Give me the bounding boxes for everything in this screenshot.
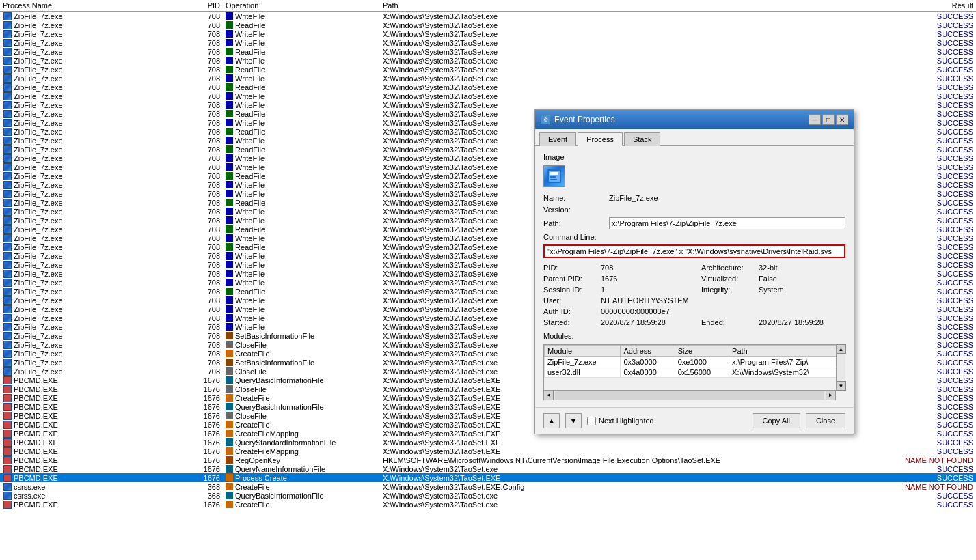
modules-section: Modules: Module Address Size Path (543, 332, 845, 400)
process-icon (3, 269, 12, 279)
table-row[interactable]: PBCMD.EXE 1676 QueryNameInformationFile … (0, 464, 976, 473)
table-row[interactable]: PBCMD.EXE 1676 Process Create X:\Windows… (0, 473, 976, 482)
process-icon (3, 163, 12, 172)
scroll-right-button[interactable]: ► (826, 391, 835, 400)
table-row[interactable]: ZipFile_7z.exe 708 WriteFile X:\Windows\… (0, 12, 976, 20)
tab-stack[interactable]: Stack (624, 132, 661, 146)
version-label: Version: (543, 206, 605, 214)
process-icon (3, 145, 12, 154)
ended-value: 2020/8/27 18:59:28 (759, 318, 824, 326)
process-icon (3, 331, 12, 341)
table-row[interactable]: ZipFile_7z.exe 708 WriteFile X:\Windows\… (0, 100, 976, 109)
parent-pid-label: Parent PID: (543, 275, 598, 283)
close-button[interactable]: ✕ (836, 114, 848, 125)
table-row[interactable]: ZipFile_7z.exe 708 ReadFile X:\Windows\S… (0, 65, 976, 74)
arch-prop: Architecture: 32-bit (701, 264, 845, 272)
version-row: Version: (543, 206, 845, 214)
auth-label: Auth ID: (543, 307, 598, 316)
process-icon (3, 136, 12, 145)
process-icon (3, 305, 12, 314)
app-icon-large (543, 165, 565, 187)
dialog-tabs: Event Process Stack (535, 129, 854, 146)
table-row[interactable]: csrss.exe 368 CreateFile X:\Windows\Syst… (0, 482, 976, 491)
maximize-button[interactable]: □ (822, 114, 835, 125)
tab-event[interactable]: Event (539, 132, 576, 146)
prev-button[interactable]: ▲ (543, 413, 560, 428)
table-row[interactable]: ZipFile_7z.exe 708 WriteFile X:\Windows\… (0, 74, 976, 83)
event-properties-dialog[interactable]: ⚙ Event Properties ─ □ ✕ Event Process S… (534, 109, 854, 434)
table-row[interactable]: PBCMD.EXE 1676 CreateFile X:\Windows\Sys… (0, 500, 976, 509)
path-row: Path: (543, 217, 845, 229)
user-label: User: (543, 296, 598, 305)
table-row[interactable]: ZipFile_7z.exe 708 ReadFile X:\Windows\S… (0, 83, 976, 92)
process-icon (3, 207, 12, 216)
module-row[interactable]: ZipFile_7z.exe 0x3a0000 0xe1000 x:\Progr… (545, 357, 845, 367)
process-icon (3, 313, 12, 323)
process-icon (3, 287, 12, 296)
table-row[interactable]: csrss.exe 368 QueryBasicInformationFile … (0, 491, 976, 500)
col-size[interactable]: Size (675, 346, 729, 357)
process-icon (3, 12, 12, 21)
minimize-button[interactable]: ─ (809, 114, 821, 125)
process-icon (3, 198, 12, 208)
next-button[interactable]: ▼ (565, 413, 582, 428)
scroll-left-button[interactable]: ◄ (544, 391, 554, 400)
process-icon (3, 296, 12, 305)
process-icon (3, 216, 12, 225)
path-label: Path: (543, 219, 605, 227)
cmdline-label: Command Line: (543, 233, 605, 241)
modules-scrollbar[interactable]: ▲ ▼ (836, 344, 845, 391)
next-highlighted-checkbox[interactable] (587, 417, 596, 425)
svg-rect-3 (550, 176, 556, 178)
table-row[interactable]: PBCMD.EXE 1676 QueryStandardInformationF… (0, 438, 976, 447)
path-input[interactable] (609, 217, 845, 229)
next-highlighted-checkbox-label[interactable]: Next Highlighted (587, 417, 654, 425)
table-row[interactable]: ZipFile_7z.exe 708 ReadFile X:\Windows\S… (0, 47, 976, 56)
horizontal-scrollbar[interactable]: ◄ ► (543, 391, 836, 400)
table-row[interactable]: ZipFile_7z.exe 708 WriteFile X:\Windows\… (0, 29, 976, 38)
virtualized-label: Virtualized: (701, 275, 756, 283)
process-icon (3, 83, 12, 92)
header-result[interactable]: Result (894, 1, 976, 10)
name-value: ZipFile_7z.exe (609, 194, 658, 202)
integrity-prop: Integrity: System (701, 285, 845, 294)
cmdline-input[interactable] (543, 244, 845, 258)
module-path: X:\Windows\System32\ (729, 367, 845, 378)
col-module[interactable]: Module (545, 346, 621, 357)
module-row[interactable]: user32.dll 0x4a0000 0x156000 X:\Windows\… (545, 367, 845, 378)
tab-process[interactable]: Process (578, 132, 623, 146)
table-row[interactable]: ZipFile_7z.exe 708 WriteFile X:\Windows\… (0, 56, 976, 65)
process-icon (3, 322, 12, 332)
col-address[interactable]: Address (621, 346, 675, 357)
name-row: Name: ZipFile_7z.exe (543, 194, 845, 202)
session-value: 1 (601, 285, 605, 294)
table-row[interactable]: ZipFile_7z.exe 708 WriteFile X:\Windows\… (0, 38, 976, 47)
table-row[interactable]: ZipFile_7z.exe 708 WriteFile X:\Windows\… (0, 92, 976, 100)
process-icon (3, 411, 12, 421)
copy-all-button[interactable]: Copy All (753, 413, 800, 428)
scroll-down-button[interactable]: ▼ (837, 381, 846, 391)
table-row[interactable]: PBCMD.EXE 1676 RegOpenKey HKLM\SOFTWARE\… (0, 456, 976, 464)
module-path: x:\Program Files\7-Zip\ (729, 357, 845, 367)
module-name: user32.dll (545, 367, 621, 378)
close-dialog-button[interactable]: Close (806, 413, 845, 428)
header-pid[interactable]: PID (185, 1, 226, 10)
process-icon (3, 100, 12, 110)
process-icon (3, 438, 12, 447)
process-icon (3, 456, 12, 465)
table-row[interactable]: PBCMD.EXE 1676 CreateFileMapping X:\Wind… (0, 447, 976, 456)
scroll-up-button[interactable]: ▲ (837, 344, 846, 354)
virtualized-value: False (759, 275, 777, 283)
process-icon (3, 491, 12, 501)
process-icon (3, 47, 12, 57)
process-icon (3, 92, 12, 101)
col-path[interactable]: Path (729, 346, 845, 357)
header-process[interactable]: Process Name (0, 1, 185, 10)
header-operation[interactable]: Operation (226, 1, 383, 10)
header-path[interactable]: Path (383, 1, 894, 10)
dialog-content: Image Name: ZipFile_7z.exe (535, 146, 854, 407)
process-icon (3, 358, 12, 367)
pid-label: PID: (543, 264, 598, 272)
module-size: 0x156000 (675, 367, 729, 378)
table-row[interactable]: ZipFile_7z.exe 708 ReadFile X:\Windows\S… (0, 20, 976, 29)
